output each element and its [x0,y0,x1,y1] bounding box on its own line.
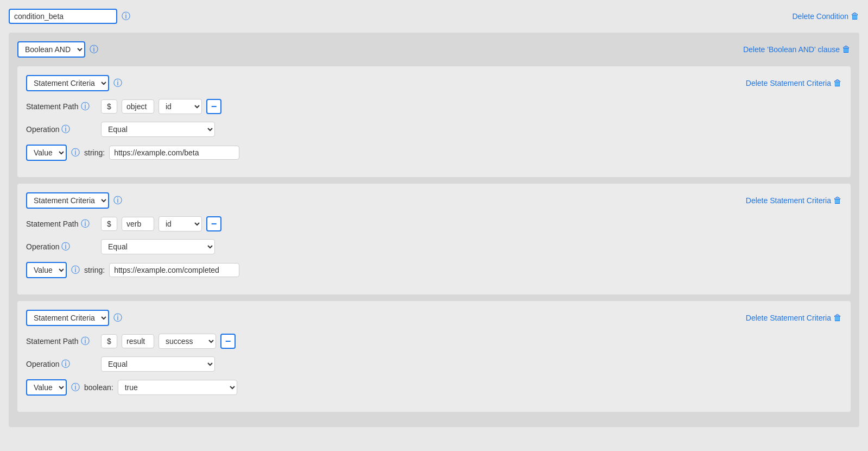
value-row-3: Value Path ⓘ boolean: true false [26,379,842,396]
statement-path-label-1: Statement Path ⓘ [26,101,97,112]
operation-label-2: Operation ⓘ [26,241,97,253]
path-minus-button-3[interactable]: − [220,334,236,349]
value-info-icon-2[interactable]: ⓘ [71,265,80,276]
path-info-icon-1[interactable]: ⓘ [81,101,90,112]
condition-name-input[interactable] [9,9,117,24]
path-info-icon-3[interactable]: ⓘ [81,336,90,347]
delete-criteria-icon-3: 🗑 [833,313,842,323]
operation-select-2[interactable]: Equal Not Equal Greater Than Less Than C… [101,239,215,254]
delete-condition-icon: 🗑 [851,11,859,21]
path-segment-3: result [122,334,154,348]
boolean-type-select[interactable]: Boolean AND Boolean OR Boolean NOT [17,41,85,58]
boolean-info-icon[interactable]: ⓘ [90,44,98,55]
delete-criteria-icon-1: 🗑 [833,78,842,88]
path-segment-2: verb [122,217,154,231]
path-value-select-3[interactable]: success score completion duration [159,334,216,349]
operation-label-3: Operation ⓘ [26,359,97,370]
criteria-type-select-3[interactable]: Statement Criteria [26,310,109,326]
delete-boolean-icon: 🗑 [842,45,851,54]
statement-path-row-3: Statement Path ⓘ $ result success score … [26,334,842,349]
value-input-2[interactable] [109,263,239,277]
path-dollar-3: $ [101,334,117,348]
criteria-type-select-2[interactable]: Statement Criteria [26,192,109,209]
delete-condition-button[interactable]: Delete Condition 🗑 [792,11,859,21]
criteria-header-1: Statement Criteria ⓘ Delete Statement Cr… [26,75,842,91]
condition-name-group: ⓘ [9,9,130,24]
delete-criteria-button-3[interactable]: Delete Statement Criteria 🗑 [746,313,842,323]
criteria-box-3: Statement Criteria ⓘ Delete Statement Cr… [17,301,851,412]
criteria-header-left-2: Statement Criteria ⓘ [26,192,122,209]
statement-path-row-1: Statement Path ⓘ $ object id name type v… [26,99,842,114]
path-minus-button-2[interactable]: − [206,216,221,231]
value-kind-label-3: boolean: [84,383,113,392]
path-dollar-1: $ [101,99,117,114]
path-minus-button-1[interactable]: − [206,99,221,114]
boolean-header-left: Boolean AND Boolean OR Boolean NOT ⓘ [17,41,98,58]
path-value-select-2[interactable]: id name type value [159,216,202,231]
path-segment-1: object [122,99,154,114]
boolean-box: Boolean AND Boolean OR Boolean NOT ⓘ Del… [9,33,859,427]
value-input-1[interactable] [109,146,239,160]
value-kind-label-2: string: [84,266,105,274]
statement-path-row-2: Statement Path ⓘ $ verb id name type val… [26,216,842,231]
path-dollar-2: $ [101,217,117,231]
operation-row-2: Operation ⓘ Equal Not Equal Greater Than… [26,239,842,254]
operation-info-icon-2[interactable]: ⓘ [61,241,70,253]
operation-row-3: Operation ⓘ Equal Not Equal Greater Than… [26,356,842,372]
value-boolean-select-3[interactable]: true false [118,380,237,395]
operation-info-icon-1[interactable]: ⓘ [61,124,70,135]
value-info-icon-3[interactable]: ⓘ [71,382,80,393]
operation-label-1: Operation ⓘ [26,124,97,135]
condition-header: ⓘ Delete Condition 🗑 [9,9,859,24]
criteria-info-icon-2[interactable]: ⓘ [113,195,122,206]
statement-path-label-2: Statement Path ⓘ [26,218,97,230]
value-type-select-1[interactable]: Value Path [26,145,67,161]
criteria-header-left-1: Statement Criteria ⓘ [26,75,122,91]
operation-info-icon-3[interactable]: ⓘ [61,359,70,370]
path-info-icon-2[interactable]: ⓘ [81,218,90,230]
criteria-info-icon-1[interactable]: ⓘ [113,78,122,89]
operation-select-3[interactable]: Equal Not Equal Greater Than Less Than C… [101,356,215,372]
value-type-select-2[interactable]: Value Path [26,262,67,278]
criteria-box-2: Statement Criteria ⓘ Delete Statement Cr… [17,184,851,295]
criteria-type-select-1[interactable]: Statement Criteria [26,75,109,91]
operation-row-1: Operation ⓘ Equal Not Equal Greater Than… [26,122,842,137]
path-value-select-1[interactable]: id name type value [159,99,202,114]
value-info-icon-1[interactable]: ⓘ [71,147,80,159]
operation-select-1[interactable]: Equal Not Equal Greater Than Less Than C… [101,122,215,137]
value-type-select-3[interactable]: Value Path [26,379,67,396]
criteria-header-left-3: Statement Criteria ⓘ [26,310,122,326]
boolean-header: Boolean AND Boolean OR Boolean NOT ⓘ Del… [17,41,851,58]
value-kind-label-1: string: [84,148,105,157]
delete-boolean-clause-button[interactable]: Delete 'Boolean AND' clause 🗑 [743,45,851,54]
page-wrapper: ⓘ Delete Condition 🗑 Boolean AND Boolean… [0,0,868,451]
criteria-info-icon-3[interactable]: ⓘ [113,312,122,324]
value-row-1: Value Path ⓘ string: [26,145,842,161]
value-row-2: Value Path ⓘ string: [26,262,842,278]
delete-criteria-button-2[interactable]: Delete Statement Criteria 🗑 [746,196,842,205]
statement-path-label-3: Statement Path ⓘ [26,336,97,347]
criteria-header-2: Statement Criteria ⓘ Delete Statement Cr… [26,192,842,209]
condition-info-icon[interactable]: ⓘ [122,11,130,22]
delete-criteria-button-1[interactable]: Delete Statement Criteria 🗑 [746,78,842,88]
criteria-box-1: Statement Criteria ⓘ Delete Statement Cr… [17,66,851,177]
criteria-header-3: Statement Criteria ⓘ Delete Statement Cr… [26,310,842,326]
delete-criteria-icon-2: 🗑 [833,196,842,205]
